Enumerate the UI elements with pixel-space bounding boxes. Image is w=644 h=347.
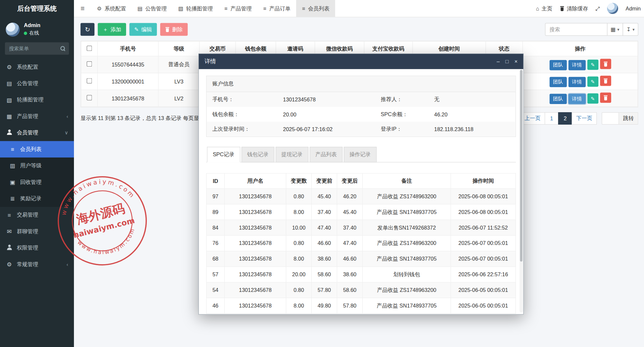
team-button[interactable]: 团队 xyxy=(549,94,566,104)
next-page-button[interactable]: 下一页 xyxy=(572,112,597,125)
tab-product-orders[interactable]: ≡ 产品订单 xyxy=(257,0,296,17)
app-root: 后台管理系统 Admin 在线 ⚙ 系统配置 ▤ 公告管理 xyxy=(0,0,644,347)
cell-before: 45.40 xyxy=(311,189,337,204)
delete-button[interactable]: 删除 xyxy=(160,23,188,36)
page-2-button[interactable]: 2 xyxy=(558,112,572,125)
fullscreen-button[interactable]: ⤢ xyxy=(595,5,600,12)
user-status: 在线 xyxy=(24,30,40,37)
home-link[interactable]: ⌂ 主页 xyxy=(536,5,552,12)
cell-level: LV2 xyxy=(158,90,199,107)
sidebar-item-user-levels[interactable]: ▥ 用户等级 xyxy=(0,158,74,174)
sidebar-item-label: 群聊管理 xyxy=(17,228,38,235)
delete-row-button[interactable] xyxy=(600,59,611,69)
delete-row-button[interactable] xyxy=(600,76,611,86)
sidebar-item-member-list[interactable]: ≡ 会员列表 xyxy=(0,141,74,157)
edit-row-button[interactable]: ✎ xyxy=(587,60,598,70)
field-value: 46.20 xyxy=(428,107,515,122)
table-search-input[interactable] xyxy=(545,23,608,36)
tab-wallet-records[interactable]: 钱包记录 xyxy=(241,147,274,162)
sidebar-item-carousel[interactable]: ▧ 轮播图管理 xyxy=(0,92,74,108)
sidebar-item-general-settings[interactable]: ⚙ 常规管理 ‹ xyxy=(0,256,74,273)
edit-row-button[interactable]: ✎ xyxy=(587,77,598,87)
menu-toggle-icon[interactable]: ≡ xyxy=(74,0,91,17)
sidebar-item-reward-records[interactable]: ≣ 奖励记录 xyxy=(0,190,74,207)
cell-id: 89 xyxy=(207,204,224,220)
tab-system-config[interactable]: ⚙ 系统配置 xyxy=(91,0,132,17)
summary-text: 显示第 11 到第 13 条记录，总共 13 条记录 每页显示 xyxy=(80,115,204,122)
row-checkbox[interactable] xyxy=(87,61,92,67)
team-button[interactable]: 团队 xyxy=(549,60,566,70)
sidebar-item-permissions[interactable]: 权限管理 xyxy=(0,240,74,256)
export-dropdown-button[interactable]: ↧▾ xyxy=(623,23,638,36)
user-name: Admin xyxy=(24,22,40,29)
cell-note: 产品收益 ZS1748963200 xyxy=(363,282,451,298)
delete-row-button[interactable] xyxy=(600,93,611,103)
sidebar-item-label: 产品管理 xyxy=(17,113,38,120)
cell-id: 68 xyxy=(207,251,224,267)
sidebar-item-group-chat[interactable]: ✉ 群聊管理 xyxy=(0,223,74,240)
record-row: 841301234567810.0047.4037.40发单出售SN174926… xyxy=(207,220,516,235)
detail-button[interactable]: 详情 xyxy=(568,77,585,87)
sidebar-item-transactions[interactable]: ≡ 交易管理 xyxy=(0,207,74,223)
cell-username: 13012345678 xyxy=(224,204,286,220)
topbar-admin-label: Admin xyxy=(626,5,641,11)
sidebar-item-label: 权限管理 xyxy=(17,244,38,252)
cell-after: 58.60 xyxy=(337,282,363,298)
levels-icon: ▥ xyxy=(9,162,16,169)
transactions-icon: ≡ xyxy=(6,212,13,218)
minimize-icon[interactable]: – xyxy=(497,59,500,64)
page-1-button[interactable]: 1 xyxy=(545,112,559,125)
pencil-icon: ✎ xyxy=(134,26,139,33)
tab-withdraw-records[interactable]: 提现记录 xyxy=(276,147,308,162)
maximize-icon[interactable]: □ xyxy=(506,59,509,64)
clear-cache-link[interactable]: 清除缓存 xyxy=(560,5,588,12)
jump-page-input[interactable] xyxy=(602,112,619,125)
add-button[interactable]: ＋添加 xyxy=(98,23,126,36)
tab-product-list[interactable]: 产品列表 xyxy=(309,147,342,162)
team-button[interactable]: 团队 xyxy=(549,77,566,87)
detail-button[interactable]: 详情 xyxy=(568,60,585,70)
export-icon: ↧ xyxy=(626,26,631,33)
modal-header[interactable]: 详情 – □ × xyxy=(199,54,523,69)
sidebar-search-input[interactable] xyxy=(5,42,69,55)
jump-button[interactable]: 跳转 xyxy=(619,112,638,125)
field-label: 推荐人： xyxy=(375,92,428,107)
sidebar-item-recycle[interactable]: ▣ 回收管理 xyxy=(0,174,74,190)
row-checkbox[interactable] xyxy=(87,78,92,83)
tab-announcements[interactable]: ▤ 公告管理 xyxy=(132,0,172,17)
sidebar-item-members[interactable]: 会员管理 ∨ xyxy=(0,125,74,141)
scrollbar-thumb[interactable] xyxy=(520,70,522,262)
detail-button[interactable]: 详情 xyxy=(568,94,585,104)
cell-id: 57 xyxy=(207,267,224,282)
tab-operation-records[interactable]: 操作记录 xyxy=(344,147,377,162)
cell-level: 普通会员 xyxy=(158,56,199,73)
prev-page-button[interactable]: 上一页 xyxy=(520,112,545,125)
column-header-after: 变更后 xyxy=(337,173,363,189)
select-all-checkbox[interactable] xyxy=(87,45,92,51)
refresh-button[interactable]: ↻ xyxy=(80,23,94,36)
carousel-icon: ▧ xyxy=(178,5,183,11)
table-toolbar: ↻ ＋添加 ✎编辑 删除 ▦▾ ↧▾ xyxy=(80,23,638,36)
close-icon[interactable]: × xyxy=(514,59,518,64)
trash-icon xyxy=(603,95,608,100)
row-checkbox[interactable] xyxy=(87,95,92,100)
cell-note: 划转到钱包 xyxy=(363,267,451,282)
carousel-icon: ▧ xyxy=(6,97,13,103)
sidebar-item-announcements[interactable]: ▤ 公告管理 xyxy=(0,75,74,92)
cell-before: 57.80 xyxy=(311,282,337,298)
tab-spc-records[interactable]: SPC记录 xyxy=(207,147,240,162)
columns-dropdown-button[interactable]: ▦▾ xyxy=(607,23,623,36)
edit-button[interactable]: ✎编辑 xyxy=(129,23,157,36)
pencil-icon: ✎ xyxy=(591,96,595,101)
cell-username: 13012345678 xyxy=(224,220,286,235)
tab-products[interactable]: ≡ 产品管理 xyxy=(219,0,257,17)
edit-row-button[interactable]: ✎ xyxy=(587,94,598,104)
sidebar-item-system-config[interactable]: ⚙ 系统配置 xyxy=(0,59,74,75)
sidebar-item-products[interactable]: ▦ 产品管理 ‹ xyxy=(0,108,74,125)
field-label: 登录IP： xyxy=(375,122,428,136)
tab-carousel[interactable]: ▧ 轮播图管理 xyxy=(173,0,219,17)
topbar-avatar[interactable] xyxy=(607,3,618,14)
sidebar-item-label: 会员管理 xyxy=(17,129,38,137)
modal-title: 详情 xyxy=(205,58,216,65)
tab-member-list[interactable]: ≡ 会员列表 xyxy=(296,0,335,17)
